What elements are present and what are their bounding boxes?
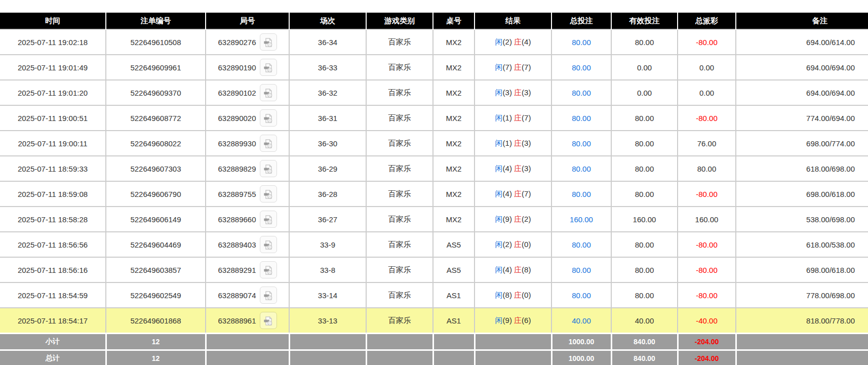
cell-game-type: 百家乐 [366, 282, 433, 308]
table-row[interactable]: 2025-07-11 18:58:28 522649606149 6328896… [0, 207, 868, 232]
summary-valid-bet: 840.00 [611, 334, 678, 350]
summary-empty-game [366, 334, 433, 350]
table-row[interactable]: 2025-07-11 19:01:49 522649609961 6328901… [0, 55, 868, 80]
cell-table-number: MX2 [433, 29, 475, 55]
column-header-time: 时间 [0, 13, 106, 29]
column-header-payout: 总派彩 [678, 13, 736, 29]
cell-round-number: 632889930 [206, 131, 289, 156]
video-replay-button[interactable] [260, 59, 277, 76]
video-replay-button[interactable] [260, 135, 277, 152]
table-row[interactable]: 2025-07-11 19:01:20 522649609370 6328901… [0, 80, 868, 105]
cell-total-bet[interactable]: 80.00 [551, 55, 611, 80]
round-number: 632889930 [218, 139, 256, 148]
summary-empty-result [475, 334, 551, 350]
table-row[interactable]: 2025-07-11 19:00:11 522649608022 6328899… [0, 131, 868, 156]
result-banker-score: (8) [522, 265, 531, 274]
result-banker-label: 庄 [514, 189, 522, 198]
summary-total-bet: 1000.00 [551, 350, 611, 365]
result-player-score: (8) [503, 291, 512, 299]
cell-result: 闲(1) 庄(7) [475, 105, 551, 131]
table-row[interactable]: 2025-07-11 18:54:59 522649602549 6328890… [0, 282, 868, 308]
cell-total-bet[interactable]: 80.00 [551, 29, 611, 55]
table-row[interactable]: 2025-07-11 19:02:18 522649610508 6328902… [0, 29, 868, 55]
summary-row: 小计 12 1000.00 840.00 -204.00 [0, 334, 868, 350]
table-row[interactable]: 2025-07-11 18:59:08 522649606790 6328897… [0, 181, 868, 207]
cell-bet-number: 522649610508 [106, 29, 206, 55]
result-player-score: (4) [503, 265, 512, 274]
cell-time: 2025-07-11 19:01:20 [0, 80, 106, 105]
video-replay-button[interactable] [260, 84, 277, 101]
result-banker-label: 庄 [514, 240, 522, 249]
result-banker-score: (3) [522, 164, 531, 173]
cell-valid-bet: 80.00 [611, 156, 678, 181]
cell-total-bet[interactable]: 40.00 [551, 308, 611, 334]
cell-total-bet[interactable]: 80.00 [551, 282, 611, 308]
cell-bet-number: 522649601868 [106, 308, 206, 334]
summary-empty-remark [736, 350, 868, 365]
video-replay-button[interactable] [260, 185, 277, 202]
cell-total-payout: 0.00 [678, 55, 736, 80]
cell-result: 闲(3) 庄(3) [475, 80, 551, 105]
video-replay-button[interactable] [260, 160, 277, 177]
column-header-valid_bet: 有效投注 [611, 13, 678, 29]
summary-label: 小计 [0, 334, 106, 350]
video-file-icon [263, 62, 274, 73]
cell-session: 36-30 [289, 131, 366, 156]
video-replay-button[interactable] [260, 312, 277, 329]
cell-total-bet[interactable]: 80.00 [551, 80, 611, 105]
cell-round-number: 632889291 [206, 257, 289, 282]
table-row[interactable]: 2025-07-11 18:56:56 522649604469 6328894… [0, 232, 868, 257]
video-replay-button[interactable] [260, 109, 277, 127]
cell-total-bet[interactable]: 80.00 [551, 232, 611, 257]
result-player-score: (7) [503, 63, 512, 71]
cell-total-bet[interactable]: 80.00 [551, 105, 611, 131]
cell-result: 闲(2) 庄(4) [475, 29, 551, 55]
table-row[interactable]: 2025-07-11 19:00:51 522649608772 6328900… [0, 105, 868, 131]
result-banker-score: (7) [522, 63, 531, 71]
cell-round-number: 632889829 [206, 156, 289, 181]
cell-total-payout: -80.00 [678, 282, 736, 308]
cell-table-number: MX2 [433, 131, 475, 156]
summary-total-payout: -204.00 [678, 334, 736, 350]
video-replay-button[interactable] [260, 236, 277, 253]
result-banker-score: (3) [522, 88, 531, 97]
video-replay-button[interactable] [260, 287, 277, 304]
summary-count: 12 [106, 350, 206, 365]
summary-valid-bet: 840.00 [611, 350, 678, 365]
cell-total-bet[interactable]: 80.00 [551, 181, 611, 207]
result-player-label: 闲 [495, 63, 503, 71]
cell-total-bet[interactable]: 80.00 [551, 156, 611, 181]
cell-session: 33-14 [289, 282, 366, 308]
cell-round-number: 632889074 [206, 282, 289, 308]
cell-total-bet[interactable]: 80.00 [551, 257, 611, 282]
result-banker-label: 庄 [514, 265, 522, 274]
table-row[interactable]: 2025-07-11 18:54:17 522649601868 6328889… [0, 308, 868, 334]
video-replay-button[interactable] [260, 261, 277, 278]
cell-result: 闲(8) 庄(0) [475, 282, 551, 308]
cell-total-bet[interactable]: 80.00 [551, 131, 611, 156]
video-replay-button[interactable] [260, 211, 277, 228]
result-banker-score: (0) [522, 291, 531, 299]
cell-valid-bet: 80.00 [611, 29, 678, 55]
cell-game-type: 百家乐 [366, 207, 433, 232]
cell-round-number: 632890020 [206, 105, 289, 131]
video-replay-button[interactable] [260, 33, 277, 51]
cell-bet-number: 522649603857 [106, 257, 206, 282]
video-file-icon [263, 37, 274, 48]
cell-round-number: 632889660 [206, 207, 289, 232]
cell-time: 2025-07-11 18:56:56 [0, 232, 106, 257]
video-file-icon [263, 189, 274, 200]
cell-round-number: 632888961 [206, 308, 289, 334]
cell-game-type: 百家乐 [366, 80, 433, 105]
table-row[interactable]: 2025-07-11 18:59:33 522649607303 6328898… [0, 156, 868, 181]
result-player-label: 闲 [495, 164, 503, 173]
cell-game-type: 百家乐 [366, 131, 433, 156]
cell-total-payout: 80.00 [678, 156, 736, 181]
cell-session: 36-27 [289, 207, 366, 232]
cell-round-number: 632889403 [206, 232, 289, 257]
table-row[interactable]: 2025-07-11 18:56:16 522649603857 6328892… [0, 257, 868, 282]
result-player-label: 闲 [495, 240, 503, 249]
cell-time: 2025-07-11 19:01:49 [0, 55, 106, 80]
cell-total-payout: 0.00 [678, 80, 736, 105]
cell-total-bet[interactable]: 160.00 [551, 207, 611, 232]
